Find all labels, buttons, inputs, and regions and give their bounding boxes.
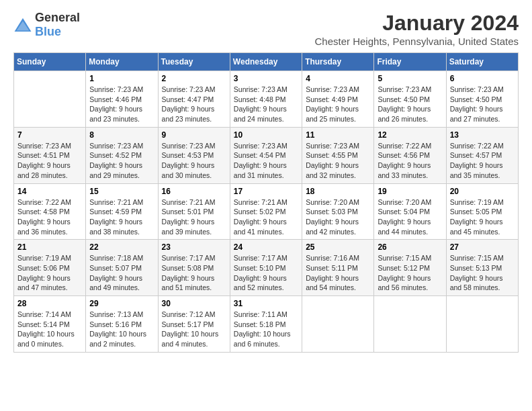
logo-icon bbox=[13, 17, 32, 33]
calendar-cell: 27Sunrise: 7:15 AM Sunset: 5:13 PM Dayli… bbox=[446, 240, 518, 296]
calendar-cell bbox=[374, 296, 446, 353]
weekday-header-monday: Monday bbox=[86, 53, 158, 71]
day-number: 9 bbox=[162, 130, 226, 140]
calendar-cell: 14Sunrise: 7:22 AM Sunset: 4:58 PM Dayli… bbox=[14, 183, 86, 240]
calendar-cell: 8Sunrise: 7:23 AM Sunset: 4:52 PM Daylig… bbox=[86, 127, 158, 183]
calendar-week-row: 1Sunrise: 7:23 AM Sunset: 4:46 PM Daylig… bbox=[14, 71, 519, 128]
calendar-cell: 11Sunrise: 7:23 AM Sunset: 4:55 PM Dayli… bbox=[302, 127, 374, 183]
calendar-cell bbox=[302, 296, 374, 353]
calendar-cell: 23Sunrise: 7:17 AM Sunset: 5:08 PM Dayli… bbox=[158, 240, 230, 296]
weekday-header-wednesday: Wednesday bbox=[230, 53, 302, 71]
cell-info: Sunrise: 7:11 AM Sunset: 5:18 PM Dayligh… bbox=[234, 310, 298, 349]
cell-info: Sunrise: 7:13 AM Sunset: 5:16 PM Dayligh… bbox=[89, 310, 154, 349]
cell-info: Sunrise: 7:23 AM Sunset: 4:55 PM Dayligh… bbox=[306, 141, 370, 181]
day-number: 27 bbox=[450, 242, 515, 252]
calendar-cell: 9Sunrise: 7:23 AM Sunset: 4:53 PM Daylig… bbox=[158, 127, 230, 183]
day-number: 16 bbox=[162, 187, 226, 196]
cell-info: Sunrise: 7:22 AM Sunset: 4:56 PM Dayligh… bbox=[378, 141, 442, 181]
calendar-cell: 21Sunrise: 7:19 AM Sunset: 5:06 PM Dayli… bbox=[14, 240, 86, 296]
calendar-cell: 25Sunrise: 7:16 AM Sunset: 5:11 PM Dayli… bbox=[302, 240, 374, 296]
day-number: 31 bbox=[234, 299, 298, 308]
calendar-cell: 1Sunrise: 7:23 AM Sunset: 4:46 PM Daylig… bbox=[86, 71, 158, 128]
weekday-header-friday: Friday bbox=[374, 53, 446, 71]
day-number: 17 bbox=[234, 187, 298, 196]
day-number: 18 bbox=[306, 187, 370, 196]
day-number: 29 bbox=[89, 299, 154, 308]
cell-info: Sunrise: 7:14 AM Sunset: 5:14 PM Dayligh… bbox=[17, 310, 82, 349]
day-number: 10 bbox=[234, 130, 298, 140]
calendar-cell: 17Sunrise: 7:21 AM Sunset: 5:02 PM Dayli… bbox=[230, 183, 302, 240]
title-area: January 2024 Chester Heights, Pennsylvan… bbox=[315, 11, 519, 47]
calendar-cell bbox=[446, 296, 518, 353]
day-number: 22 bbox=[89, 242, 154, 252]
calendar-cell: 30Sunrise: 7:12 AM Sunset: 5:17 PM Dayli… bbox=[158, 296, 230, 353]
cell-info: Sunrise: 7:19 AM Sunset: 5:06 PM Dayligh… bbox=[17, 253, 82, 293]
cell-info: Sunrise: 7:23 AM Sunset: 4:53 PM Dayligh… bbox=[162, 141, 226, 181]
calendar-cell: 29Sunrise: 7:13 AM Sunset: 5:16 PM Dayli… bbox=[86, 296, 158, 353]
cell-info: Sunrise: 7:15 AM Sunset: 5:13 PM Dayligh… bbox=[450, 253, 515, 293]
day-number: 21 bbox=[17, 242, 82, 252]
calendar-cell: 22Sunrise: 7:18 AM Sunset: 5:07 PM Dayli… bbox=[86, 240, 158, 296]
calendar-cell: 13Sunrise: 7:22 AM Sunset: 4:57 PM Dayli… bbox=[446, 127, 518, 183]
day-number: 19 bbox=[378, 187, 442, 196]
cell-info: Sunrise: 7:20 AM Sunset: 5:03 PM Dayligh… bbox=[306, 197, 370, 237]
weekday-header-sunday: Sunday bbox=[14, 53, 86, 71]
day-number: 11 bbox=[306, 130, 370, 140]
logo-general: General bbox=[35, 11, 80, 24]
calendar-cell: 12Sunrise: 7:22 AM Sunset: 4:56 PM Dayli… bbox=[374, 127, 446, 183]
cell-info: Sunrise: 7:20 AM Sunset: 5:04 PM Dayligh… bbox=[378, 197, 442, 237]
calendar-cell: 16Sunrise: 7:21 AM Sunset: 5:01 PM Dayli… bbox=[158, 183, 230, 240]
cell-info: Sunrise: 7:23 AM Sunset: 4:52 PM Dayligh… bbox=[89, 141, 154, 181]
calendar-cell: 20Sunrise: 7:19 AM Sunset: 5:05 PM Dayli… bbox=[446, 183, 518, 240]
calendar-cell: 10Sunrise: 7:23 AM Sunset: 4:54 PM Dayli… bbox=[230, 127, 302, 183]
calendar-cell: 5Sunrise: 7:23 AM Sunset: 4:50 PM Daylig… bbox=[374, 71, 446, 128]
cell-info: Sunrise: 7:18 AM Sunset: 5:07 PM Dayligh… bbox=[89, 253, 154, 293]
day-number: 23 bbox=[162, 242, 226, 252]
weekday-header-tuesday: Tuesday bbox=[158, 53, 230, 71]
day-number: 13 bbox=[450, 130, 515, 140]
calendar-cell: 4Sunrise: 7:23 AM Sunset: 4:49 PM Daylig… bbox=[302, 71, 374, 128]
cell-info: Sunrise: 7:17 AM Sunset: 5:10 PM Dayligh… bbox=[234, 253, 298, 293]
day-number: 5 bbox=[378, 74, 442, 83]
cell-info: Sunrise: 7:23 AM Sunset: 4:48 PM Dayligh… bbox=[234, 85, 298, 124]
cell-info: Sunrise: 7:16 AM Sunset: 5:11 PM Dayligh… bbox=[306, 253, 370, 293]
calendar-cell: 26Sunrise: 7:15 AM Sunset: 5:12 PM Dayli… bbox=[374, 240, 446, 296]
calendar-cell: 24Sunrise: 7:17 AM Sunset: 5:10 PM Dayli… bbox=[230, 240, 302, 296]
cell-info: Sunrise: 7:23 AM Sunset: 4:51 PM Dayligh… bbox=[17, 141, 82, 181]
page-header: General Blue January 2024 Chester Height… bbox=[13, 11, 519, 47]
weekday-header-row: SundayMondayTuesdayWednesdayThursdayFrid… bbox=[14, 53, 519, 71]
calendar-cell: 6Sunrise: 7:23 AM Sunset: 4:50 PM Daylig… bbox=[446, 71, 518, 128]
day-number: 25 bbox=[306, 242, 370, 252]
cell-info: Sunrise: 7:23 AM Sunset: 4:47 PM Dayligh… bbox=[162, 85, 226, 124]
calendar-week-row: 21Sunrise: 7:19 AM Sunset: 5:06 PM Dayli… bbox=[14, 240, 519, 296]
cell-info: Sunrise: 7:19 AM Sunset: 5:05 PM Dayligh… bbox=[450, 197, 515, 237]
weekday-header-thursday: Thursday bbox=[302, 53, 374, 71]
logo-blue: Blue bbox=[35, 25, 61, 38]
calendar-cell: 18Sunrise: 7:20 AM Sunset: 5:03 PM Dayli… bbox=[302, 183, 374, 240]
day-number: 15 bbox=[89, 187, 154, 196]
cell-info: Sunrise: 7:23 AM Sunset: 4:50 PM Dayligh… bbox=[378, 85, 442, 124]
day-number: 28 bbox=[17, 299, 82, 308]
calendar-week-row: 14Sunrise: 7:22 AM Sunset: 4:58 PM Dayli… bbox=[14, 183, 519, 240]
day-number: 12 bbox=[378, 130, 442, 140]
calendar-week-row: 28Sunrise: 7:14 AM Sunset: 5:14 PM Dayli… bbox=[14, 296, 519, 353]
cell-info: Sunrise: 7:17 AM Sunset: 5:08 PM Dayligh… bbox=[162, 253, 226, 293]
calendar-week-row: 7Sunrise: 7:23 AM Sunset: 4:51 PM Daylig… bbox=[14, 127, 519, 183]
day-number: 1 bbox=[89, 74, 154, 83]
day-number: 8 bbox=[89, 130, 154, 140]
day-number: 4 bbox=[306, 74, 370, 83]
calendar-cell: 15Sunrise: 7:21 AM Sunset: 4:59 PM Dayli… bbox=[86, 183, 158, 240]
location-subtitle: Chester Heights, Pennsylvania, United St… bbox=[315, 36, 519, 47]
calendar-body: 1Sunrise: 7:23 AM Sunset: 4:46 PM Daylig… bbox=[14, 71, 519, 353]
day-number: 20 bbox=[450, 187, 515, 196]
day-number: 30 bbox=[162, 299, 226, 308]
logo: General Blue bbox=[13, 11, 80, 39]
day-number: 14 bbox=[17, 187, 82, 196]
cell-info: Sunrise: 7:22 AM Sunset: 4:57 PM Dayligh… bbox=[450, 141, 515, 181]
calendar-cell: 2Sunrise: 7:23 AM Sunset: 4:47 PM Daylig… bbox=[158, 71, 230, 128]
calendar-cell: 28Sunrise: 7:14 AM Sunset: 5:14 PM Dayli… bbox=[14, 296, 86, 353]
cell-info: Sunrise: 7:23 AM Sunset: 4:54 PM Dayligh… bbox=[234, 141, 298, 181]
cell-info: Sunrise: 7:12 AM Sunset: 5:17 PM Dayligh… bbox=[162, 310, 226, 349]
day-number: 24 bbox=[234, 242, 298, 252]
cell-info: Sunrise: 7:21 AM Sunset: 5:02 PM Dayligh… bbox=[234, 197, 298, 237]
